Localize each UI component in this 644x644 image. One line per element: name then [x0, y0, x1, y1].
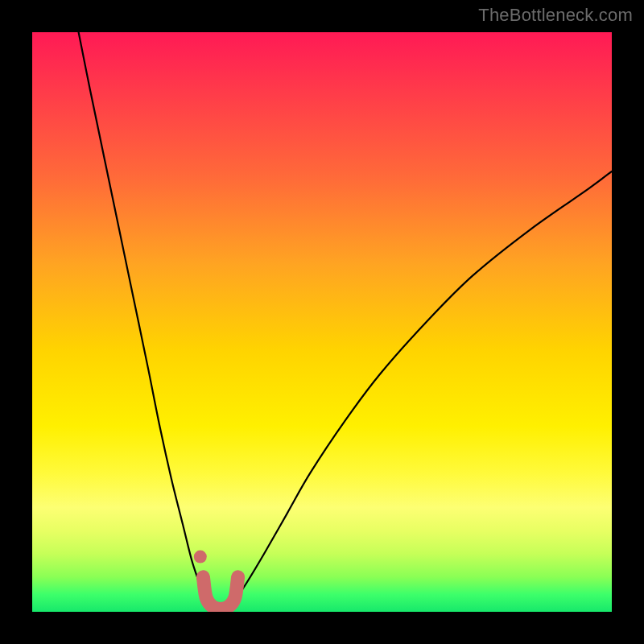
plot-area	[32, 32, 612, 612]
chart-svg	[32, 32, 612, 612]
highlight-dot	[194, 551, 207, 564]
right-curve	[235, 171, 612, 601]
watermark-text: TheBottleneck.com	[478, 5, 633, 26]
highlight-segment	[203, 577, 237, 609]
chart-frame: TheBottleneck.com	[0, 0, 644, 644]
left-curve	[79, 32, 205, 601]
